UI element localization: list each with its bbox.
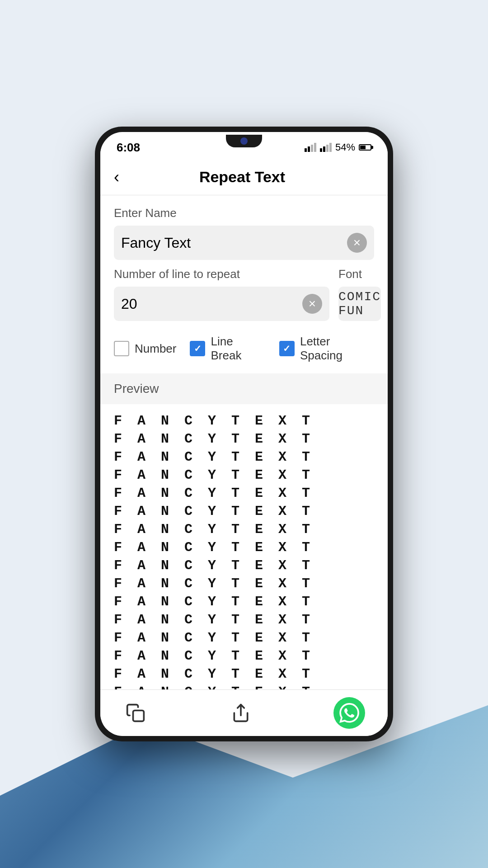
signal-icon bbox=[305, 143, 316, 152]
number-checkbox-item[interactable]: Number bbox=[114, 341, 176, 356]
preview-line: F A N C Y T E X T bbox=[114, 576, 374, 591]
preview-line: F A N C Y T E X T bbox=[114, 540, 374, 555]
preview-line: F A N C Y T E X T bbox=[114, 648, 374, 664]
preview-line: F A N C Y T E X T bbox=[114, 594, 374, 609]
letterspacing-checkbox-item[interactable]: Letter Spacing bbox=[279, 335, 374, 363]
camera bbox=[240, 137, 248, 145]
notch bbox=[226, 135, 262, 147]
whatsapp-button[interactable] bbox=[333, 697, 365, 729]
name-input-wrapper bbox=[114, 226, 374, 260]
lines-label: Number of line to repeat bbox=[114, 267, 329, 281]
enter-name-label: Enter Name bbox=[114, 206, 374, 220]
font-col: Font COMIC FUN bbox=[338, 267, 381, 321]
preview-line: F A N C Y T E X T bbox=[114, 504, 374, 519]
app-header: ‹ Repeat Text bbox=[100, 159, 388, 195]
name-clear-button[interactable] bbox=[347, 233, 367, 253]
battery-percent: 54% bbox=[335, 142, 355, 153]
name-section: Enter Name bbox=[100, 195, 388, 267]
lines-input[interactable] bbox=[121, 296, 302, 312]
font-value: COMIC FUN bbox=[338, 290, 381, 318]
letterspacing-checkbox[interactable] bbox=[279, 341, 295, 356]
preview-line: F A N C Y T E X T bbox=[114, 522, 374, 537]
lines-clear-button[interactable] bbox=[302, 294, 322, 314]
preview-header: Preview bbox=[100, 373, 388, 404]
lines-input-wrapper bbox=[114, 287, 329, 321]
battery-icon bbox=[359, 144, 371, 151]
lines-font-row: Number of line to repeat Font COMIC FUN bbox=[100, 267, 388, 330]
checkboxes-row: Number Line Break Letter Spacing bbox=[100, 330, 388, 373]
preview-line: F A N C Y T E X T bbox=[114, 486, 374, 501]
back-button[interactable]: ‹ bbox=[114, 169, 119, 185]
status-icons: 54% bbox=[305, 142, 371, 153]
preview-content: F A N C Y T E X TF A N C Y T E X TF A N … bbox=[100, 404, 388, 689]
number-checkbox-label: Number bbox=[135, 342, 176, 356]
page-title: Repeat Text bbox=[128, 168, 356, 186]
status-time: 6:08 bbox=[117, 141, 140, 155]
preview-line: F A N C Y T E X T bbox=[114, 558, 374, 573]
font-label: Font bbox=[338, 267, 381, 281]
copy-button[interactable] bbox=[123, 700, 148, 726]
preview-line: F A N C Y T E X T bbox=[114, 684, 374, 689]
preview-line: F A N C Y T E X T bbox=[114, 413, 374, 429]
linebreak-checkbox[interactable] bbox=[190, 341, 205, 356]
letterspacing-checkbox-label: Letter Spacing bbox=[300, 335, 374, 363]
preview-line: F A N C Y T E X T bbox=[114, 630, 374, 646]
main-content: Enter Name Number of line to repeat bbox=[100, 195, 388, 689]
share-button[interactable] bbox=[228, 700, 253, 726]
preview-line: F A N C Y T E X T bbox=[114, 666, 374, 682]
svg-rect-0 bbox=[133, 711, 144, 722]
bottom-bar bbox=[100, 689, 388, 736]
preview-line: F A N C Y T E X T bbox=[114, 449, 374, 465]
linebreak-checkbox-label: Line Break bbox=[211, 335, 265, 363]
number-checkbox[interactable] bbox=[114, 341, 129, 356]
font-selector[interactable]: COMIC FUN bbox=[338, 287, 381, 321]
name-input[interactable] bbox=[121, 235, 347, 251]
signal-icon-2 bbox=[320, 143, 332, 152]
lines-col: Number of line to repeat bbox=[114, 267, 329, 321]
preview-line: F A N C Y T E X T bbox=[114, 467, 374, 483]
preview-line: F A N C Y T E X T bbox=[114, 612, 374, 627]
preview-line: F A N C Y T E X T bbox=[114, 431, 374, 447]
linebreak-checkbox-item[interactable]: Line Break bbox=[190, 335, 265, 363]
